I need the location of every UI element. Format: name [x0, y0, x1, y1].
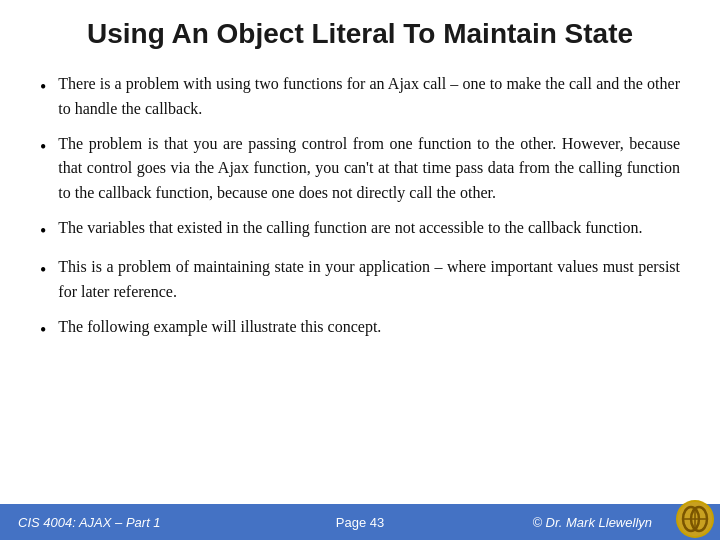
- title-bar: Using An Object Literal To Maintain Stat…: [0, 0, 720, 60]
- footer-copyright-label: © Dr. Mark Llewellyn: [532, 515, 652, 530]
- bullet-symbol: •: [40, 74, 46, 101]
- footer-course-label: CIS 4004: AJAX – Part 1: [18, 515, 161, 530]
- footer-logo: [674, 498, 716, 540]
- list-item: • The variables that existed in the call…: [40, 216, 680, 245]
- list-item: • This is a problem of maintaining state…: [40, 255, 680, 305]
- footer-page-label: Page 43: [336, 515, 384, 530]
- list-item: • The following example will illustrate …: [40, 315, 680, 344]
- list-item: • The problem is that you are passing co…: [40, 132, 680, 206]
- bullet-symbol: •: [40, 134, 46, 161]
- bullet-text-5: The following example will illustrate th…: [58, 315, 381, 340]
- logo-svg: [677, 501, 713, 537]
- bullet-symbol: •: [40, 218, 46, 245]
- bullet-text-2: The problem is that you are passing cont…: [58, 132, 680, 206]
- bullet-text-1: There is a problem with using two functi…: [58, 72, 680, 122]
- bullet-text-3: The variables that existed in the callin…: [58, 216, 642, 241]
- slide-title: Using An Object Literal To Maintain Stat…: [40, 18, 680, 50]
- bullet-symbol: •: [40, 257, 46, 284]
- slide: Using An Object Literal To Maintain Stat…: [0, 0, 720, 540]
- logo-circle: [676, 500, 714, 538]
- bullet-text-4: This is a problem of maintaining state i…: [58, 255, 680, 305]
- list-item: • There is a problem with using two func…: [40, 72, 680, 122]
- footer-bar: CIS 4004: AJAX – Part 1 Page 43 © Dr. Ma…: [0, 504, 720, 540]
- bullet-symbol: •: [40, 317, 46, 344]
- content-area: • There is a problem with using two func…: [0, 60, 720, 504]
